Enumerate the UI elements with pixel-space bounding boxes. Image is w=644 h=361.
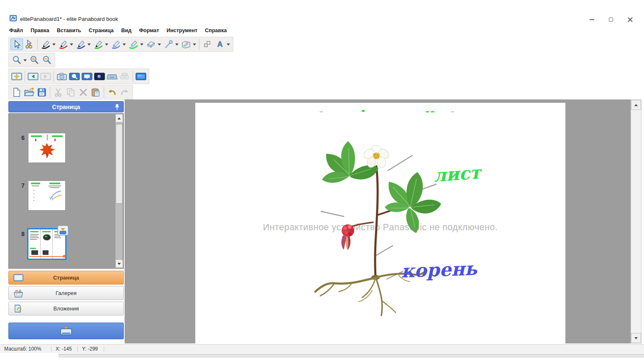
- prev-board-button[interactable]: [27, 71, 39, 82]
- text-tool-button[interactable]: A: [214, 38, 226, 50]
- menu-edit[interactable]: Правка: [31, 28, 49, 36]
- pen-black-button[interactable]: [39, 38, 52, 50]
- zoom-tool-dropdown[interactable]: [23, 59, 27, 61]
- eraser-icon: [146, 39, 156, 49]
- menu-format[interactable]: Формат: [139, 28, 159, 36]
- pen-red-dropdown[interactable]: [70, 43, 73, 46]
- copy-button[interactable]: [64, 86, 77, 98]
- dotted-pen-button[interactable]: [110, 38, 122, 50]
- pen-blue-dropdown[interactable]: [87, 43, 91, 46]
- thumbnail-scrollbar-thumb[interactable]: [116, 124, 123, 203]
- sidebar-collapse-button[interactable]: [8, 323, 124, 339]
- pen-green-dropdown[interactable]: [105, 43, 108, 46]
- save-file-button[interactable]: [36, 86, 48, 98]
- zoom-in-icon: [29, 55, 39, 65]
- toolbar-separator: [133, 71, 133, 82]
- minimize-button[interactable]: [582, 13, 601, 27]
- text-tool-dropdown[interactable]: [227, 43, 230, 46]
- board-magnifier-icon: [69, 71, 80, 81]
- device-button[interactable]: [118, 71, 131, 82]
- zoom-out-button[interactable]: [41, 54, 53, 66]
- menu-insert[interactable]: Вставить: [57, 28, 81, 36]
- pen-black-dropdown[interactable]: [52, 43, 56, 46]
- thumbnail-scroll-down-button[interactable]: [115, 259, 123, 268]
- next-board-button[interactable]: [39, 71, 52, 82]
- thumbnail-scrollbar[interactable]: [115, 114, 123, 268]
- delete-button[interactable]: [77, 86, 89, 98]
- board-magnifier-button[interactable]: [68, 71, 81, 82]
- pen-red-button[interactable]: [57, 38, 69, 50]
- board-next-icon: [40, 71, 51, 81]
- sidebar-header: Страница: [8, 101, 124, 112]
- zoom-tool-button[interactable]: [10, 54, 23, 66]
- stamp-tool-dropdown[interactable]: [193, 43, 196, 46]
- canvas-scrollbar[interactable]: [631, 99, 641, 343]
- menu-page[interactable]: Страница: [89, 28, 114, 36]
- blue-board-button[interactable]: [135, 71, 147, 82]
- eraser-dropdown[interactable]: [158, 43, 161, 46]
- keyboard-button[interactable]: [106, 71, 118, 82]
- pointer-wand-icon: [164, 39, 174, 49]
- zoom-in-button[interactable]: [28, 54, 41, 66]
- page-thumbnail-7[interactable]: [28, 180, 66, 211]
- multi-select-tool-button[interactable]: [23, 38, 36, 50]
- dotted-pen-icon: [111, 39, 121, 49]
- pen-green-button[interactable]: [92, 38, 105, 50]
- thumb-text-block: [49, 183, 60, 184]
- menu-tool[interactable]: Инструмент: [166, 28, 197, 36]
- plant-illustration: [309, 104, 485, 322]
- pointer-tool-button[interactable]: [162, 38, 175, 50]
- canvas-scroll-up-button[interactable]: [631, 100, 641, 110]
- toolbar-separator: [104, 87, 104, 98]
- page-thumbnail-8[interactable]: [27, 228, 66, 260]
- paste-button[interactable]: [89, 86, 102, 98]
- dotted-pen-dropdown[interactable]: [123, 43, 126, 46]
- pen-blue-button[interactable]: [74, 38, 87, 50]
- thumb-text-line: [30, 237, 39, 238]
- canvas-scroll-down-button[interactable]: [631, 333, 641, 343]
- plant-stem: [375, 166, 378, 278]
- thumb-camera-badge[interactable]: [57, 225, 69, 236]
- page-number: 6: [21, 135, 25, 141]
- app-window: elitePanaboard1* - elite Panaboard book …: [0, 0, 644, 361]
- highlighter-dropdown[interactable]: [140, 43, 143, 46]
- status-separator: [104, 346, 104, 352]
- whiteboard-page[interactable]: Интерактивное устройство Panasonic не по…: [195, 103, 565, 343]
- board-screen-button[interactable]: [81, 71, 93, 82]
- page-thumbnail-6[interactable]: [28, 133, 66, 163]
- stamp-icon: [181, 39, 191, 49]
- toolbar-board: [8, 69, 149, 84]
- new-file-button[interactable]: [10, 86, 23, 98]
- eraser-button[interactable]: [145, 38, 157, 50]
- undo-button[interactable]: [106, 86, 118, 98]
- pointer-tool-dropdown[interactable]: [175, 43, 179, 46]
- select-tool-button[interactable]: [10, 38, 23, 50]
- thumb-column-divider: [52, 229, 53, 259]
- menu-view[interactable]: Вид: [121, 28, 132, 36]
- sidebar-tab-attachments[interactable]: Вложения: [8, 302, 124, 315]
- sidebar-tab-page[interactable]: Страница: [8, 271, 124, 285]
- menu-file[interactable]: Файл: [9, 28, 23, 36]
- annotation-root: корень: [401, 258, 478, 282]
- thumbnail-scroll-up-button[interactable]: [115, 114, 123, 122]
- menu-help[interactable]: Справка: [205, 28, 227, 36]
- sidebar-tab-gallery[interactable]: Галерея: [8, 286, 124, 300]
- dark-screen-button[interactable]: [93, 71, 106, 82]
- redo-button[interactable]: [118, 86, 131, 98]
- open-folder-icon: [24, 87, 35, 97]
- arrange-objects-button[interactable]: [201, 38, 214, 50]
- thumb-text-block: [52, 135, 63, 137]
- stamp-tool-button[interactable]: [180, 38, 192, 50]
- cut-button[interactable]: [52, 86, 64, 98]
- open-file-button[interactable]: [23, 86, 36, 98]
- close-button[interactable]: [621, 13, 640, 27]
- multi-select-icon: [24, 39, 34, 49]
- right-leaf-cluster: [385, 172, 441, 233]
- dark-screen-icon: [94, 71, 105, 81]
- new-board-button[interactable]: [10, 71, 23, 82]
- capture-button[interactable]: [56, 71, 68, 82]
- pin-icon[interactable]: [114, 104, 120, 110]
- restore-button[interactable]: [601, 13, 621, 27]
- highlighter-button[interactable]: [127, 38, 140, 50]
- thumb-text-line: [32, 186, 39, 186]
